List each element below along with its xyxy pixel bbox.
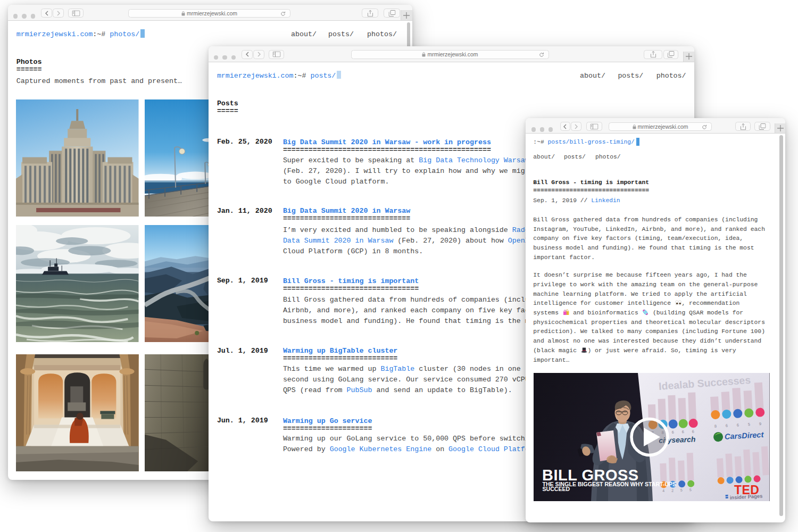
svg-text:6: 6 — [672, 429, 674, 434]
svg-text:2: 2 — [671, 488, 674, 492]
svg-text:6: 6 — [737, 422, 739, 427]
svg-text:6: 6 — [682, 429, 684, 434]
svg-text:6: 6 — [692, 429, 694, 434]
svg-text:TED: TED — [734, 483, 759, 497]
svg-text:SUCCEED: SUCCEED — [543, 486, 570, 492]
svg-text:8: 8 — [714, 423, 717, 428]
svg-text:4: 4 — [662, 488, 664, 492]
svg-text:9: 9 — [759, 421, 762, 426]
svg-text:6: 6 — [726, 423, 728, 428]
svg-text:5: 5 — [680, 488, 683, 492]
svg-text:5: 5 — [748, 422, 751, 427]
svg-text:5: 5 — [689, 488, 692, 492]
